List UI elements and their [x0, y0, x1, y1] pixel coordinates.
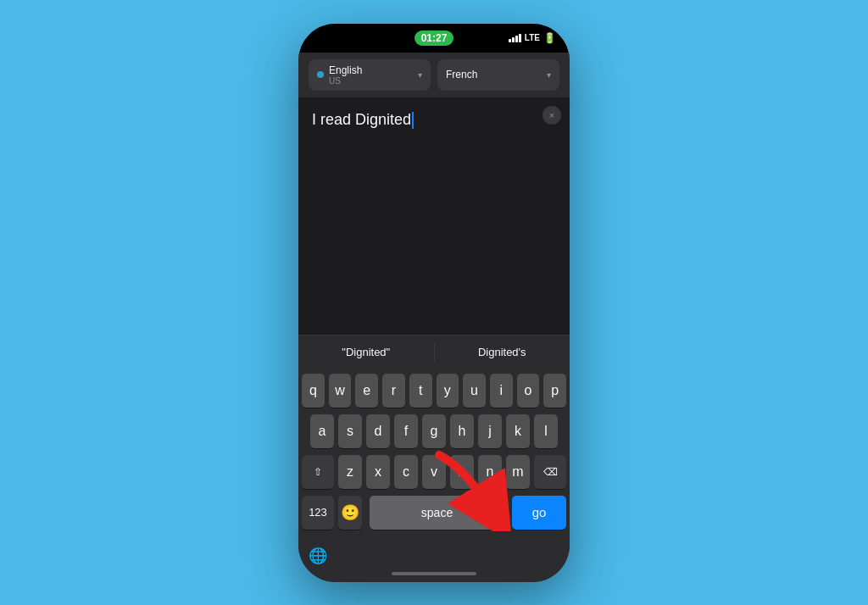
keyboard-row-4: 123 🙂 space go [302, 496, 566, 530]
signal-bar-1 [509, 39, 511, 42]
home-bar [392, 572, 476, 575]
autocomplete-bar: "Dignited" Dignited's [298, 335, 570, 369]
key-e[interactable]: e [355, 374, 378, 408]
globe-icon[interactable]: 🌐 [309, 547, 327, 565]
key-n[interactable]: n [478, 455, 502, 489]
lang-name-french: French [446, 69, 477, 80]
lang-sub-english: US [329, 76, 362, 86]
key-q[interactable]: q [302, 374, 325, 408]
autocomplete-item-1[interactable]: "Dignited" [298, 342, 435, 362]
lte-label: LTE [525, 33, 540, 42]
key-k[interactable]: k [506, 414, 530, 448]
close-icon: × [549, 110, 554, 120]
typed-text: I read Dignited [312, 109, 556, 130]
key-o[interactable]: o [517, 374, 540, 408]
key-delete[interactable]: ⌫ [534, 455, 566, 489]
key-s[interactable]: s [338, 414, 362, 448]
key-shift[interactable]: ⇧ [302, 455, 334, 489]
key-z[interactable]: z [338, 455, 362, 489]
key-d[interactable]: d [366, 414, 390, 448]
signal-bars [509, 34, 521, 42]
key-p[interactable]: p [543, 374, 566, 408]
typed-text-content: I read Dignited [312, 111, 411, 128]
chevron-down-french: ▾ [547, 70, 551, 80]
chevron-down-english: ▾ [418, 70, 422, 80]
key-h[interactable]: h [450, 414, 474, 448]
phone-content: 01:27 LTE 🔋 English US [298, 24, 570, 582]
keyboard: q w e r t y u i o p a s d f g h j k [298, 369, 570, 541]
language-button-french[interactable]: French ▾ [437, 59, 559, 91]
key-a[interactable]: a [310, 414, 334, 448]
key-u[interactable]: u [463, 374, 486, 408]
lang-btn-left: English US [317, 64, 362, 86]
key-x[interactable]: x [366, 455, 390, 489]
home-indicator [298, 569, 570, 582]
lang-name-english: English [329, 64, 362, 76]
key-r[interactable]: r [382, 374, 405, 408]
key-t[interactable]: t [409, 374, 432, 408]
key-w[interactable]: w [329, 374, 352, 408]
key-l[interactable]: l [534, 414, 558, 448]
keyboard-row-2: a s d f g h j k l [302, 414, 566, 448]
key-go[interactable]: go [512, 496, 566, 530]
phone-frame: 01:27 LTE 🔋 English US [298, 24, 570, 582]
text-input-area[interactable]: × I read Dignited [298, 97, 570, 335]
key-v[interactable]: v [422, 455, 446, 489]
status-time: 01:27 [415, 31, 454, 46]
status-bar: 01:27 LTE 🔋 [298, 24, 570, 53]
battery-icon: 🔋 [543, 32, 556, 44]
key-f[interactable]: f [394, 414, 418, 448]
language-bar: English US ▾ French ▾ [298, 53, 570, 97]
key-i[interactable]: i [490, 374, 513, 408]
keyboard-row-3: ⇧ z x c v b n m ⌫ [302, 455, 566, 489]
lang-btn-left-french: French [446, 69, 477, 80]
key-emoji[interactable]: 🙂 [338, 496, 362, 530]
key-g[interactable]: g [422, 414, 446, 448]
signal-bar-2 [512, 37, 515, 42]
autocomplete-item-2[interactable]: Dignited's [435, 342, 570, 362]
key-y[interactable]: y [437, 374, 459, 408]
key-numbers[interactable]: 123 [302, 496, 334, 530]
key-b[interactable]: b [450, 455, 474, 489]
key-space[interactable]: space [370, 496, 504, 530]
key-j[interactable]: j [478, 414, 502, 448]
keyboard-row-1: q w e r t y u i o p [302, 374, 566, 408]
close-button[interactable]: × [542, 106, 561, 125]
bottom-bar: 🌐 [298, 541, 570, 569]
key-c[interactable]: c [394, 455, 418, 489]
status-right: LTE 🔋 [509, 32, 556, 44]
text-cursor [412, 112, 414, 129]
language-button-english[interactable]: English US ▾ [309, 59, 431, 91]
signal-bar-3 [515, 36, 518, 42]
lang-text-english: English US [329, 64, 362, 86]
lang-dot [317, 71, 324, 78]
key-m[interactable]: m [506, 455, 530, 489]
signal-bar-4 [519, 34, 521, 42]
